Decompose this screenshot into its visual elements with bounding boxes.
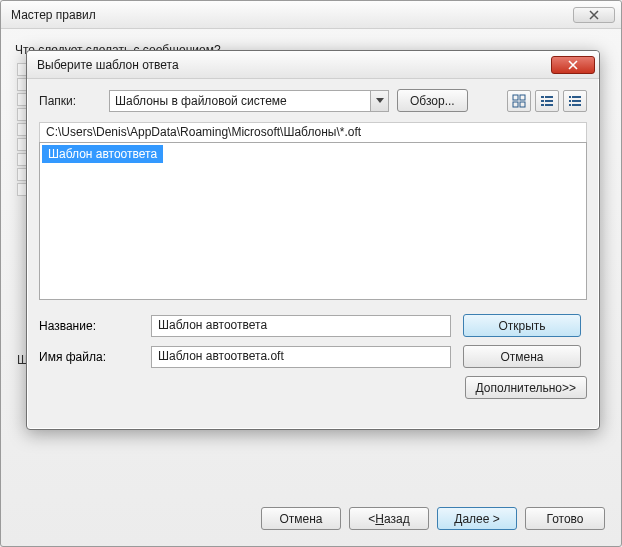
list-icon: [540, 94, 554, 108]
wizard-footer: Отмена < Назад Далее > Готово: [261, 507, 605, 530]
dialog-close-button[interactable]: [551, 56, 595, 74]
back-button[interactable]: < Назад: [349, 507, 429, 530]
svg-rect-14: [569, 104, 571, 106]
open-button[interactable]: Открыть: [463, 314, 581, 337]
name-value: Шаблон автоответа: [158, 318, 267, 332]
svg-rect-15: [572, 104, 581, 106]
next-rest: алее >: [462, 512, 499, 526]
more-button[interactable]: Дополнительно>>: [465, 376, 587, 399]
folders-combo-dropdown[interactable]: [370, 91, 388, 111]
folders-combo[interactable]: Шаблоны в файловой системе: [109, 90, 389, 112]
wizard-title: Мастер правил: [11, 8, 96, 22]
wizard-titlebar: Мастер правил: [1, 1, 621, 29]
lower-grid: Название: Шаблон автоответа Открыть Имя …: [39, 314, 587, 368]
file-item-selected[interactable]: Шаблон автоответа: [42, 145, 163, 163]
view-list-button[interactable]: [535, 90, 559, 112]
wizard-close-button[interactable]: [573, 7, 615, 23]
svg-rect-5: [545, 96, 553, 98]
view-large-icons-button[interactable]: [507, 90, 531, 112]
path-bar: C:\Users\Denis\AppData\Roaming\Microsoft…: [39, 122, 587, 142]
svg-rect-3: [520, 102, 525, 107]
details-icon: [568, 94, 582, 108]
svg-rect-13: [572, 100, 581, 102]
chevron-down-icon: [376, 98, 384, 104]
view-details-button[interactable]: [563, 90, 587, 112]
filename-input[interactable]: Шаблон автоответа.oft: [151, 346, 451, 368]
svg-rect-9: [545, 104, 553, 106]
svg-rect-0: [513, 95, 518, 100]
close-icon: [589, 10, 599, 20]
folders-label: Папки:: [39, 94, 101, 108]
close-icon: [568, 60, 578, 70]
svg-rect-12: [569, 100, 571, 102]
cancel-button[interactable]: Отмена: [261, 507, 341, 530]
file-list[interactable]: Шаблон автоответа: [39, 142, 587, 300]
more-row: Дополнительно>>: [39, 376, 587, 399]
svg-rect-11: [572, 96, 581, 98]
cancel-label: Отмена: [279, 512, 322, 526]
browse-label: Обзор...: [410, 94, 455, 108]
folders-combo-value: Шаблоны в файловой системе: [115, 94, 287, 108]
filename-label: Имя файла:: [39, 350, 139, 364]
back-prefix: <: [368, 512, 375, 526]
filename-value: Шаблон автоответа.oft: [158, 349, 284, 363]
svg-rect-8: [541, 104, 544, 106]
finish-button[interactable]: Готово: [525, 507, 605, 530]
svg-rect-1: [520, 95, 525, 100]
view-toggle-group: [507, 90, 587, 112]
large-icons-icon: [512, 94, 526, 108]
svg-rect-4: [541, 96, 544, 98]
back-rest: азад: [384, 512, 410, 526]
name-input[interactable]: Шаблон автоответа: [151, 315, 451, 337]
more-label: Дополнительно>>: [476, 381, 576, 395]
next-button[interactable]: Далее >: [437, 507, 517, 530]
finish-label: Готово: [546, 512, 583, 526]
next-letter: Д: [454, 512, 462, 526]
folders-row: Папки: Шаблоны в файловой системе Обзор.…: [39, 89, 587, 112]
dialog-cancel-label: Отмена: [500, 350, 543, 364]
svg-rect-7: [545, 100, 553, 102]
browse-button[interactable]: Обзор...: [397, 89, 468, 112]
dialog-cancel-button[interactable]: Отмена: [463, 345, 581, 368]
dialog-title: Выберите шаблон ответа: [37, 58, 179, 72]
back-letter: Н: [375, 512, 384, 526]
open-label: Открыть: [498, 319, 545, 333]
svg-rect-10: [569, 96, 571, 98]
dialog-body: Папки: Шаблоны в файловой системе Обзор.…: [27, 79, 599, 411]
dialog-titlebar: Выберите шаблон ответа: [27, 51, 599, 79]
svg-rect-6: [541, 100, 544, 102]
name-label: Название:: [39, 319, 139, 333]
svg-rect-2: [513, 102, 518, 107]
template-dialog: Выберите шаблон ответа Папки: Шаблоны в …: [26, 50, 600, 430]
